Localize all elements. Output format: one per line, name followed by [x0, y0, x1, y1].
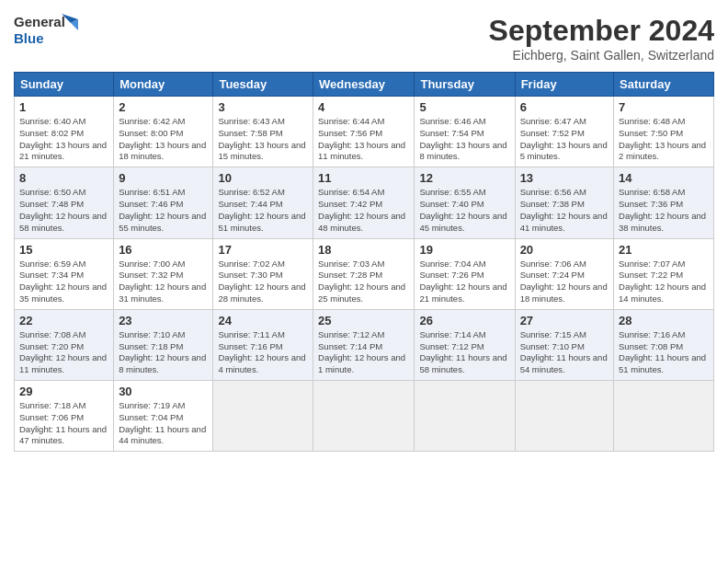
day-number: 19	[419, 243, 509, 257]
day-info: Sunrise: 7:08 AMSunset: 7:20 PMDaylight:…	[19, 329, 108, 376]
day-number: 21	[619, 243, 709, 257]
day-number: 26	[419, 314, 509, 327]
day-number: 16	[119, 243, 208, 257]
day-info: Sunrise: 6:43 AMSunset: 7:58 PMDaylight:…	[218, 116, 308, 163]
calendar-week-5: 29Sunrise: 7:18 AMSunset: 7:06 PMDayligh…	[15, 381, 714, 452]
day-number: 22	[19, 314, 108, 327]
calendar-week-1: 1Sunrise: 6:40 AMSunset: 8:02 PMDaylight…	[15, 97, 714, 167]
day-number: 11	[318, 171, 409, 185]
day-info: Sunrise: 6:59 AMSunset: 7:34 PMDaylight:…	[19, 259, 108, 305]
day-number: 23	[119, 314, 208, 327]
day-info: Sunrise: 7:19 AMSunset: 7:04 PMDaylight:…	[119, 400, 208, 447]
day-info: Sunrise: 6:58 AMSunset: 7:36 PMDaylight:…	[619, 187, 709, 234]
day-number: 25	[318, 314, 409, 327]
day-number: 15	[19, 243, 108, 257]
day-info: Sunrise: 6:51 AMSunset: 7:46 PMDaylight:…	[119, 187, 208, 234]
day-number: 2	[119, 100, 208, 114]
day-info: Sunrise: 6:40 AMSunset: 8:02 PMDaylight:…	[19, 116, 108, 163]
day-info: Sunrise: 7:07 AMSunset: 7:22 PMDaylight:…	[619, 259, 709, 305]
calendar-cell-1-5: 6Sunrise: 6:47 AMSunset: 7:52 PMDaylight…	[515, 97, 613, 167]
month-title: September 2024	[489, 14, 714, 48]
calendar-cell-5-5	[515, 381, 613, 452]
calendar-cell-3-2: 17Sunrise: 7:02 AMSunset: 7:30 PMDayligh…	[213, 238, 313, 309]
calendar-cell-2-6: 14Sunrise: 6:58 AMSunset: 7:36 PMDayligh…	[614, 167, 714, 238]
logo-bird-icon	[62, 14, 78, 30]
calendar-week-3: 15Sunrise: 6:59 AMSunset: 7:34 PMDayligh…	[15, 238, 714, 309]
calendar-cell-1-1: 2Sunrise: 6:42 AMSunset: 8:00 PMDaylight…	[114, 97, 213, 167]
day-info: Sunrise: 7:11 AMSunset: 7:16 PMDaylight:…	[218, 329, 308, 376]
calendar-cell-2-1: 9Sunrise: 6:51 AMSunset: 7:46 PMDaylight…	[114, 167, 213, 238]
calendar-cell-1-6: 7Sunrise: 6:48 AMSunset: 7:50 PMDaylight…	[614, 97, 714, 167]
calendar-cell-1-4: 5Sunrise: 6:46 AMSunset: 7:54 PMDaylight…	[415, 97, 515, 167]
main-container: General Blue September 2024 Eichberg, Sa…	[0, 0, 728, 461]
day-number: 1	[19, 100, 108, 114]
header: General Blue September 2024 Eichberg, Sa…	[14, 14, 714, 63]
calendar-cell-2-3: 11Sunrise: 6:54 AMSunset: 7:42 PMDayligh…	[313, 167, 415, 238]
day-info: Sunrise: 7:15 AMSunset: 7:10 PMDaylight:…	[520, 329, 609, 376]
day-info: Sunrise: 6:54 AMSunset: 7:42 PMDaylight:…	[318, 187, 409, 234]
col-friday: Friday	[515, 73, 613, 97]
calendar-cell-4-0: 22Sunrise: 7:08 AMSunset: 7:20 PMDayligh…	[15, 309, 114, 380]
calendar-cell-3-0: 15Sunrise: 6:59 AMSunset: 7:34 PMDayligh…	[15, 238, 114, 309]
calendar-cell-5-2	[213, 381, 313, 452]
calendar-week-4: 22Sunrise: 7:08 AMSunset: 7:20 PMDayligh…	[15, 309, 714, 380]
day-number: 9	[119, 171, 208, 185]
day-number: 18	[318, 243, 409, 257]
calendar-cell-4-2: 24Sunrise: 7:11 AMSunset: 7:16 PMDayligh…	[213, 309, 313, 380]
col-wednesday: Wednesday	[313, 73, 415, 97]
day-number: 28	[619, 314, 709, 327]
calendar-cell-5-6	[614, 381, 714, 452]
calendar-cell-3-4: 19Sunrise: 7:04 AMSunset: 7:26 PMDayligh…	[415, 238, 515, 309]
calendar-cell-3-1: 16Sunrise: 7:00 AMSunset: 7:32 PMDayligh…	[114, 238, 213, 309]
day-info: Sunrise: 6:56 AMSunset: 7:38 PMDaylight:…	[520, 187, 609, 234]
col-saturday: Saturday	[614, 73, 714, 97]
calendar-cell-4-3: 25Sunrise: 7:12 AMSunset: 7:14 PMDayligh…	[313, 309, 415, 380]
col-thursday: Thursday	[415, 73, 515, 97]
calendar-cell-3-3: 18Sunrise: 7:03 AMSunset: 7:28 PMDayligh…	[313, 238, 415, 309]
day-info: Sunrise: 6:44 AMSunset: 7:56 PMDaylight:…	[318, 116, 409, 163]
day-number: 29	[19, 385, 108, 398]
calendar-cell-5-4	[415, 381, 515, 452]
calendar-cell-1-3: 4Sunrise: 6:44 AMSunset: 7:56 PMDaylight…	[313, 97, 415, 167]
day-info: Sunrise: 7:14 AMSunset: 7:12 PMDaylight:…	[419, 329, 509, 376]
title-section: September 2024 Eichberg, Saint Gallen, S…	[489, 14, 714, 63]
day-info: Sunrise: 6:47 AMSunset: 7:52 PMDaylight:…	[520, 116, 609, 163]
day-number: 30	[119, 385, 208, 398]
day-number: 20	[520, 243, 609, 257]
day-number: 10	[218, 171, 308, 185]
calendar-table: Sunday Monday Tuesday Wednesday Thursday…	[14, 72, 714, 452]
day-info: Sunrise: 7:12 AMSunset: 7:14 PMDaylight:…	[318, 329, 409, 376]
calendar-cell-5-0: 29Sunrise: 7:18 AMSunset: 7:06 PMDayligh…	[15, 381, 114, 452]
calendar-cell-2-5: 13Sunrise: 6:56 AMSunset: 7:38 PMDayligh…	[515, 167, 613, 238]
calendar-cell-4-1: 23Sunrise: 7:10 AMSunset: 7:18 PMDayligh…	[114, 309, 213, 380]
day-info: Sunrise: 7:06 AMSunset: 7:24 PMDaylight:…	[520, 259, 609, 305]
calendar-cell-2-2: 10Sunrise: 6:52 AMSunset: 7:44 PMDayligh…	[213, 167, 313, 238]
day-info: Sunrise: 7:02 AMSunset: 7:30 PMDaylight:…	[218, 259, 308, 305]
day-number: 13	[520, 171, 609, 185]
day-info: Sunrise: 6:52 AMSunset: 7:44 PMDaylight:…	[218, 187, 308, 234]
day-info: Sunrise: 7:00 AMSunset: 7:32 PMDaylight:…	[119, 259, 208, 305]
day-info: Sunrise: 7:03 AMSunset: 7:28 PMDaylight:…	[318, 259, 409, 305]
day-number: 12	[419, 171, 509, 185]
day-info: Sunrise: 6:48 AMSunset: 7:50 PMDaylight:…	[619, 116, 709, 163]
day-number: 8	[19, 171, 108, 185]
day-number: 7	[619, 100, 709, 114]
day-info: Sunrise: 6:50 AMSunset: 7:48 PMDaylight:…	[19, 187, 108, 234]
day-info: Sunrise: 7:04 AMSunset: 7:26 PMDaylight:…	[419, 259, 509, 305]
calendar-week-2: 8Sunrise: 6:50 AMSunset: 7:48 PMDaylight…	[15, 167, 714, 238]
calendar-cell-5-3	[313, 381, 415, 452]
calendar-cell-4-5: 27Sunrise: 7:15 AMSunset: 7:10 PMDayligh…	[515, 309, 613, 380]
calendar-cell-1-0: 1Sunrise: 6:40 AMSunset: 8:02 PMDaylight…	[15, 97, 114, 167]
calendar-cell-1-2: 3Sunrise: 6:43 AMSunset: 7:58 PMDaylight…	[213, 97, 313, 167]
calendar-cell-2-4: 12Sunrise: 6:55 AMSunset: 7:40 PMDayligh…	[415, 167, 515, 238]
day-number: 6	[520, 100, 609, 114]
col-tuesday: Tuesday	[213, 73, 313, 97]
location: Eichberg, Saint Gallen, Switzerland	[489, 48, 714, 63]
day-info: Sunrise: 7:18 AMSunset: 7:06 PMDaylight:…	[19, 400, 108, 447]
calendar-cell-4-4: 26Sunrise: 7:14 AMSunset: 7:12 PMDayligh…	[415, 309, 515, 380]
calendar-header-row: Sunday Monday Tuesday Wednesday Thursday…	[15, 73, 714, 97]
day-info: Sunrise: 7:10 AMSunset: 7:18 PMDaylight:…	[119, 329, 208, 376]
day-number: 3	[218, 100, 308, 114]
day-number: 27	[520, 314, 609, 327]
calendar-cell-3-5: 20Sunrise: 7:06 AMSunset: 7:24 PMDayligh…	[515, 238, 613, 309]
